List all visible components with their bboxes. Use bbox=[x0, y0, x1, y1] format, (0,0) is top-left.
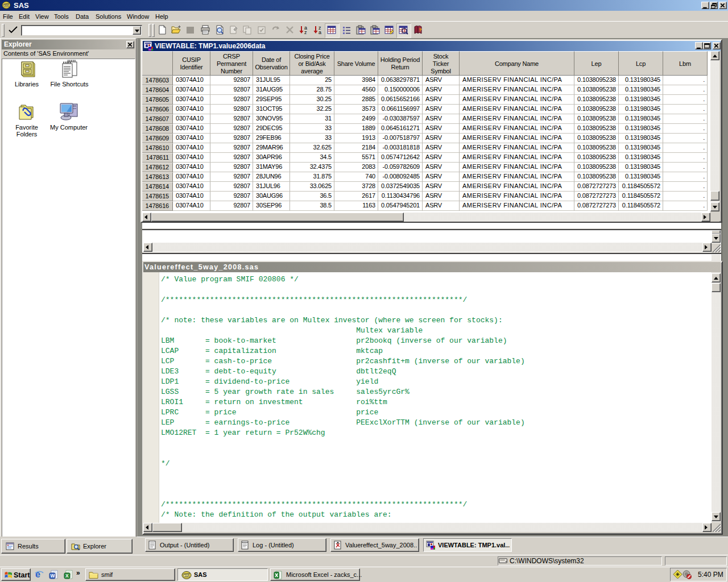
svg-text:X: X bbox=[65, 573, 69, 579]
svg-text:a: a bbox=[318, 30, 321, 35]
svg-text:?: ? bbox=[419, 27, 422, 32]
svg-text:z: z bbox=[304, 30, 307, 35]
svg-text:e: e bbox=[35, 569, 40, 579]
svg-text:W: W bbox=[51, 573, 56, 579]
